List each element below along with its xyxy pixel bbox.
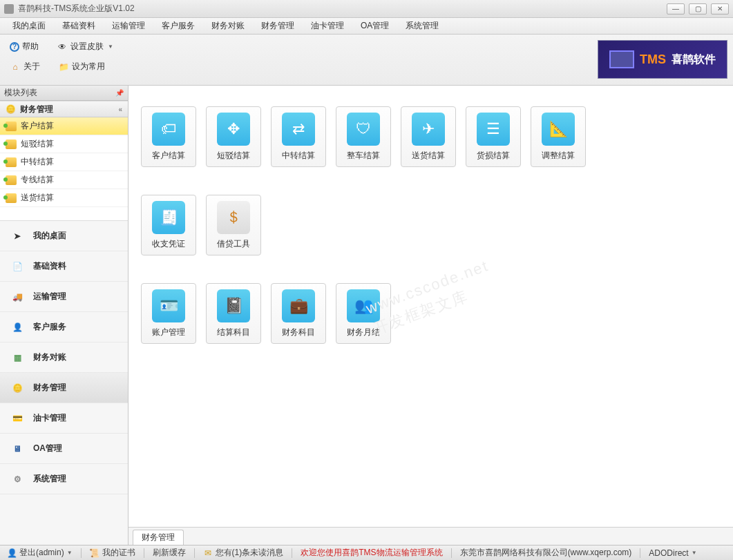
nav-transport[interactable]: 🚚运输管理 <box>0 282 128 312</box>
tile-label: 送货结算 <box>412 150 445 162</box>
tree-item-short-haul[interactable]: 短驳结算 <box>0 135 128 153</box>
eye-icon: 👁 <box>57 41 68 52</box>
help-button[interactable]: ? 帮助 <box>7 39 41 55</box>
nav-label: 运输管理 <box>33 291 66 302</box>
cursor-icon: ➤ <box>10 229 25 243</box>
coins-icon: 🪙 <box>6 104 16 114</box>
window-title: 喜鹊科技-TMS系统企业版V1.02 <box>18 3 667 15</box>
tree-item-delivery[interactable]: 送货结算 <box>0 189 128 207</box>
nav-oilcard[interactable]: 💳油卡管理 <box>0 403 128 434</box>
tile-label: 财务科目 <box>282 327 315 338</box>
separator <box>194 548 195 558</box>
group-icon: 👥 <box>347 289 380 322</box>
maximize-button[interactable]: ▢ <box>689 3 707 15</box>
tile-delivery[interactable]: ✈送货结算 <box>401 106 456 167</box>
nav-finance-manage[interactable]: 🪙财务管理 <box>0 373 128 403</box>
tile-short-haul[interactable]: ✥短驳结算 <box>206 106 261 167</box>
tree-item-dedicated[interactable]: 专线结算 <box>0 171 128 189</box>
menu-transport[interactable]: 运输管理 <box>105 18 152 34</box>
nav-basic[interactable]: 📄基础资料 <box>0 251 128 282</box>
tile-label: 结算科目 <box>217 327 250 338</box>
plane-icon: ✈ <box>412 113 445 146</box>
tree-label: 短驳结算 <box>21 138 54 150</box>
card-icon: 💳 <box>10 412 25 425</box>
tile-transfer[interactable]: ⇄中转结算 <box>271 106 326 167</box>
tile-finance-subject[interactable]: 💼财务科目 <box>271 283 326 344</box>
left-section-title[interactable]: 🪙 财务管理 « <box>0 101 128 117</box>
monitor-icon: 🖥 <box>10 442 25 456</box>
grid-icon: ▦ <box>10 351 25 365</box>
nav-desktop[interactable]: ➤我的桌面 <box>0 221 128 251</box>
login-label: 登出(admin) <box>19 547 64 559</box>
menu-desktop[interactable]: 我的桌面 <box>6 18 53 34</box>
tree-label: 专线结算 <box>21 174 54 186</box>
separator <box>640 548 640 558</box>
swap-icon: ⇄ <box>282 113 315 146</box>
close-button[interactable]: ✕ <box>711 3 729 15</box>
toolbar: ? 帮助 👁 设置皮肤 ▼ ⌂ 关于 📁 设为常用 TMS 喜鹊软件 <box>0 35 733 86</box>
status-login[interactable]: 👤 登出(admin) ▼ <box>4 547 75 559</box>
ruler-icon: 📐 <box>542 113 575 146</box>
tile-label: 货损结算 <box>477 150 510 162</box>
tile-damage[interactable]: ☰货损结算 <box>466 106 521 167</box>
status-unread[interactable]: ✉ 您有(1)条未读消息 <box>200 547 287 559</box>
tile-loan-tool[interactable]: ＄借贷工具 <box>206 195 261 255</box>
set-default-button[interactable]: 📁 设为常用 <box>55 59 108 75</box>
left-panel-header: 模块列表 📌 <box>0 86 128 101</box>
nav-oa[interactable]: 🖥OA管理 <box>0 434 128 464</box>
tile-row-3: 🪪账户管理 📓结算科目 💼财务科目 👥财务月结 <box>141 283 721 344</box>
menu-oilcard[interactable]: 油卡管理 <box>304 18 351 34</box>
gear-icon: ⚙ <box>10 472 25 486</box>
minimize-button[interactable]: — <box>667 3 685 15</box>
tree-item-transfer[interactable]: 中转结算 <box>0 153 128 171</box>
tab-label: 财务管理 <box>142 532 175 543</box>
tree-label: 送货结算 <box>21 192 54 204</box>
menu-bar: 我的桌面 基础资料 运输管理 客户服务 财务对账 财务管理 油卡管理 OA管理 … <box>0 18 733 35</box>
menu-oa[interactable]: OA管理 <box>354 18 396 34</box>
tile-full-truck[interactable]: 🛡整车结算 <box>336 106 391 167</box>
skin-button[interactable]: 👁 设置皮肤 ▼ <box>54 39 116 55</box>
brand-tms: TMS <box>640 52 666 67</box>
cert-icon: 📜 <box>90 548 99 558</box>
folder-icon <box>6 193 17 203</box>
menu-system[interactable]: 系统管理 <box>399 18 446 34</box>
company-label: 东莞市喜鹊网络科技有限公司(www.xqerp.com) <box>460 547 632 559</box>
tile-voucher[interactable]: 🧾收支凭证 <box>141 195 196 255</box>
content-tab-finance[interactable]: 财务管理 <box>133 530 184 545</box>
nav-customer[interactable]: 👤客户服务 <box>0 312 128 342</box>
about-label: 关于 <box>23 61 40 73</box>
folder-icon <box>6 157 17 167</box>
tile-adjust[interactable]: 📐调整结算 <box>531 106 586 167</box>
brand-cn: 喜鹊软件 <box>672 52 716 67</box>
chevron-down-icon: ▼ <box>692 550 697 556</box>
status-cert[interactable]: 📜 我的证书 <box>87 547 138 559</box>
about-button[interactable]: ⌂ 关于 <box>7 59 43 75</box>
pin-icon[interactable]: 📌 <box>115 89 124 97</box>
tile-month-close[interactable]: 👥财务月结 <box>336 283 391 344</box>
tile-settle-subject[interactable]: 📓结算科目 <box>206 283 261 344</box>
menu-finance-manage[interactable]: 财务管理 <box>254 18 301 34</box>
id-card-icon: 🪪 <box>152 289 185 322</box>
tile-customer-settle[interactable]: 🏷客户结算 <box>141 106 196 167</box>
nav-label: 我的桌面 <box>33 230 66 242</box>
tile-label: 调整结算 <box>542 150 575 162</box>
briefcase-icon: 💼 <box>282 289 315 322</box>
tile-account[interactable]: 🪪账户管理 <box>141 283 196 344</box>
cert-label: 我的证书 <box>102 547 135 559</box>
menu-basic[interactable]: 基础资料 <box>55 18 102 34</box>
tag-icon: 🏷 <box>152 113 185 146</box>
status-conn: ADODirect ▼ <box>646 548 699 558</box>
chevron-down-icon: ▼ <box>67 550 73 556</box>
user-icon: 👤 <box>10 320 25 334</box>
status-company: 东莞市喜鹊网络科技有限公司(www.xqerp.com) <box>457 547 635 559</box>
status-refresh[interactable]: 刷新缓存 <box>150 547 189 559</box>
tree-item-customer-settle[interactable]: 客户结算 <box>0 117 128 135</box>
refresh-label: 刷新缓存 <box>153 547 186 559</box>
menu-finance-check[interactable]: 财务对账 <box>204 18 251 34</box>
nav-system[interactable]: ⚙系统管理 <box>0 464 128 494</box>
nav-finance-check[interactable]: ▦财务对账 <box>0 342 128 373</box>
tile-label: 中转结算 <box>282 150 315 162</box>
menu-customer[interactable]: 客户服务 <box>155 18 202 34</box>
title-bar: 喜鹊科技-TMS系统企业版V1.02 — ▢ ✕ <box>0 0 733 18</box>
separator <box>81 548 82 558</box>
